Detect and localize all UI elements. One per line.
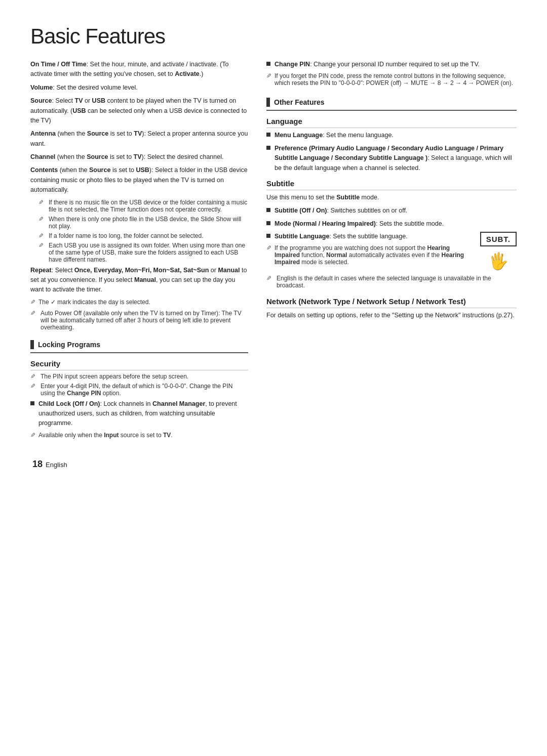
note-4: Each USB you use is assigned its own fol… bbox=[38, 242, 248, 263]
bullet-square-icon-2 bbox=[266, 62, 270, 66]
change-pin-note: If you forget the PIN code, press the re… bbox=[266, 72, 517, 87]
locking-programs-label: Locking Programs bbox=[38, 341, 100, 349]
security-heading: Security bbox=[30, 359, 248, 370]
volume-para: Volume: Set the desired volume level. bbox=[30, 83, 248, 93]
page-number: 18English bbox=[30, 459, 248, 470]
change-pin-text: Change PIN: Change your personal ID numb… bbox=[275, 60, 517, 69]
security-note-2: Enter your 4-digit PIN, the default of w… bbox=[30, 383, 248, 397]
hand-icon: 🖐 bbox=[480, 251, 517, 271]
child-lock-text: Child Lock (Off / On): Lock channels in … bbox=[38, 399, 248, 429]
other-features-heading: Other Features bbox=[266, 98, 517, 111]
subtitle-final-note: English is the default in cases where th… bbox=[266, 275, 517, 289]
bullet-sq-7 bbox=[266, 234, 270, 238]
menu-language-text: Menu Language: Set the menu language. bbox=[275, 131, 517, 140]
bullet-sq-3 bbox=[266, 133, 270, 137]
other-features-label: Other Features bbox=[274, 98, 325, 106]
bullet-sq-4 bbox=[266, 146, 270, 150]
right-column: Change PIN: Change your personal ID numb… bbox=[266, 60, 517, 470]
notes-after-contents: If there is no music file on the USB dev… bbox=[30, 199, 248, 263]
note-2: When there is only one photo file in the… bbox=[38, 216, 248, 230]
page-title: Basic Features bbox=[30, 24, 517, 49]
bullet-sq-6 bbox=[266, 221, 270, 225]
menu-language-bullet: Menu Language: Set the menu language. bbox=[266, 131, 517, 140]
security-note-1: The PIN input screen appears before the … bbox=[30, 373, 248, 380]
subtitle-language-bullet: Subtitle Language: Sets the subtitle lan… bbox=[266, 232, 472, 241]
repeat-para: Repeat: Select Once, Everyday, Mon~Fri, … bbox=[30, 266, 248, 295]
preference-language-text: Preference (Primary Audio Language / Sec… bbox=[275, 144, 517, 173]
network-heading: Network (Network Type / Network Setup / … bbox=[266, 297, 517, 308]
change-pin-bullet: Change PIN: Change your personal ID numb… bbox=[266, 60, 517, 69]
bullet-square-icon bbox=[30, 401, 34, 405]
antenna-para: Antenna (when the Source is set to TV): … bbox=[30, 129, 248, 149]
subtitle-language-text: Subtitle Language: Sets the subtitle lan… bbox=[275, 232, 472, 241]
subtitle-note-1: If the programme you are watching does n… bbox=[266, 244, 472, 266]
subtitle-intro: Use this menu to set the Subtitle mode. bbox=[266, 193, 517, 202]
checkmark-note: The ✓ mark indicates the day is selected… bbox=[30, 299, 248, 306]
subtitle-mode-text: Mode (Normal / Hearing Impaired): Sets t… bbox=[275, 219, 517, 229]
on-off-time-para: On Time / Off Time: Set the hour, minute… bbox=[30, 60, 248, 79]
subt-button-area: SUBT. 🖐 bbox=[480, 232, 517, 271]
page-num-value: 18 bbox=[32, 459, 43, 469]
auto-power-note: Auto Power Off (available only when the … bbox=[30, 310, 248, 331]
preference-language-bullet: Preference (Primary Audio Language / Sec… bbox=[266, 144, 517, 173]
locking-programs-heading: Locking Programs bbox=[30, 340, 248, 353]
security-final-note: Available only when the Input source is … bbox=[30, 432, 248, 439]
contents-para: Contents (when the Source is set to USB)… bbox=[30, 165, 248, 195]
bullet-sq-5 bbox=[266, 208, 270, 212]
subtitle-onoff-text: Subtitle (Off / On): Switches subtitles … bbox=[275, 206, 517, 216]
channel-para: Channel (when the Source is set to TV): … bbox=[30, 152, 248, 162]
subtitle-mode-bullet: Mode (Normal / Hearing Impaired): Sets t… bbox=[266, 219, 517, 229]
source-para: Source: Select TV or USB content to be p… bbox=[30, 96, 248, 125]
note-3: If a folder name is too long, the folder… bbox=[38, 232, 248, 239]
page-num-label: English bbox=[46, 461, 67, 469]
subtitle-onoff-bullet: Subtitle (Off / On): Switches subtitles … bbox=[266, 206, 517, 216]
network-body: For details on setting up options, refer… bbox=[266, 311, 517, 320]
note-1: If there is no music file on the USB dev… bbox=[38, 199, 248, 213]
subtitle-language-section: Subtitle Language: Sets the subtitle lan… bbox=[266, 232, 472, 268]
subtitle-heading: Subtitle bbox=[266, 179, 517, 190]
section-bar-icon bbox=[30, 340, 34, 349]
language-heading: Language bbox=[266, 117, 517, 128]
section-bar-icon-2 bbox=[266, 98, 270, 107]
child-lock-bullet: Child Lock (Off / On): Lock channels in … bbox=[30, 399, 248, 429]
left-column: On Time / Off Time: Set the hour, minute… bbox=[30, 60, 248, 470]
subt-label: SUBT. bbox=[480, 232, 517, 246]
